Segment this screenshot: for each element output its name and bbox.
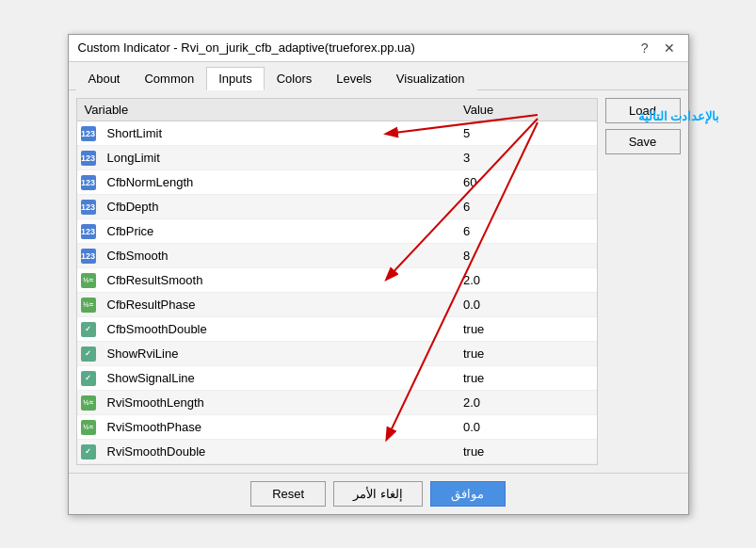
table-row[interactable]: 123CfbPrice6 xyxy=(77,218,597,243)
cancel-button[interactable]: إلغاء الأمر xyxy=(333,481,423,507)
row-icon: 123 xyxy=(77,169,100,194)
row-variable-value[interactable]: 0.0 xyxy=(456,292,597,316)
row-icon: ✓ xyxy=(77,365,100,390)
table-row[interactable]: ✓ShowSignalLinetrue xyxy=(77,365,597,390)
row-variable-name: ShowRviLine xyxy=(100,341,456,365)
table-row[interactable]: ✓ShowRviLinetrue xyxy=(77,341,597,365)
row-variable-name: RviSmoothDouble xyxy=(100,439,456,463)
row-icon: 123 xyxy=(77,121,100,145)
row-icon: 123 xyxy=(77,145,100,169)
row-icon: 123 xyxy=(77,194,100,218)
table-row[interactable]: ½≈CfbResultPhase0.0 xyxy=(77,292,597,316)
tab-common[interactable]: Common xyxy=(132,67,206,90)
table-row[interactable]: 123CfbDepth6 xyxy=(77,194,597,218)
table-row[interactable]: ✓RviSmoothDoubletrue xyxy=(77,439,597,463)
table-wrapper[interactable]: Variable Value 123ShortLimit5123LongLimi… xyxy=(76,98,598,465)
table-row[interactable]: 123CfbSmooth8 xyxy=(77,243,597,267)
dialog-title: Custom Indicator - Rvi_on_jurik_cfb_adap… xyxy=(78,40,415,55)
help-button[interactable]: ? xyxy=(637,40,652,56)
row-icon: ✓ xyxy=(77,341,100,365)
tab-bar: About Common Inputs Colors Levels Visual… xyxy=(69,62,688,90)
ok-button[interactable]: موافق xyxy=(430,481,506,507)
table-area: Variable Value 123ShortLimit5123LongLimi… xyxy=(76,98,598,465)
tab-colors[interactable]: Colors xyxy=(265,67,325,90)
row-variable-name: CfbDepth xyxy=(100,194,456,218)
table-row[interactable]: ½≈CfbResultSmooth2.0 xyxy=(77,267,597,292)
table-row[interactable]: ½≈RviSmoothPhase0.0 xyxy=(77,414,597,439)
side-buttons: Load Save xyxy=(605,98,681,465)
tab-levels[interactable]: Levels xyxy=(324,67,384,90)
table-row[interactable]: 123LongLimit3 xyxy=(77,145,597,169)
row-icon: 123 xyxy=(77,218,100,243)
row-variable-value[interactable]: true xyxy=(456,439,597,463)
row-variable-name: RviSmoothLength xyxy=(100,390,456,414)
table-row[interactable]: 123CfbNormLength60 xyxy=(77,169,597,194)
row-variable-name: ShowSignalLine xyxy=(100,365,456,390)
row-icon: ✓ xyxy=(77,316,100,341)
row-variable-value[interactable]: true xyxy=(456,341,597,365)
variables-table: Variable Value 123ShortLimit5123LongLimi… xyxy=(77,99,597,464)
col-value: Value xyxy=(456,99,597,121)
load-button[interactable]: Load xyxy=(605,98,681,123)
col-variable: Variable xyxy=(77,99,456,121)
reset-button[interactable]: Reset xyxy=(250,481,326,507)
dialog: Custom Indicator - Rvi_on_jurik_cfb_adap… xyxy=(68,34,689,515)
tab-visualization[interactable]: Visualization xyxy=(384,67,477,90)
close-button[interactable]: ✕ xyxy=(660,40,679,56)
row-variable-value[interactable]: 8 xyxy=(456,243,597,267)
table-row[interactable]: 123ShortLimit5 xyxy=(77,121,597,145)
main-section: Variable Value 123ShortLimit5123LongLimi… xyxy=(76,98,681,465)
title-controls: ? ✕ xyxy=(637,40,679,56)
tab-inputs[interactable]: Inputs xyxy=(206,67,264,90)
row-variable-value[interactable]: true xyxy=(456,316,597,341)
row-variable-value[interactable]: 0.0 xyxy=(456,414,597,439)
row-variable-value[interactable]: 2.0 xyxy=(456,390,597,414)
table-row[interactable]: ✓CfbSmoothDoubletrue xyxy=(77,316,597,341)
table-row[interactable]: ½≈RviSmoothLength2.0 xyxy=(77,390,597,414)
row-variable-name: CfbSmoothDouble xyxy=(100,316,456,341)
row-variable-name: CfbSmooth xyxy=(100,243,456,267)
row-variable-value[interactable]: true xyxy=(456,365,597,390)
row-icon: ½≈ xyxy=(77,414,100,439)
row-variable-name: CfbPrice xyxy=(100,218,456,243)
tab-about[interactable]: About xyxy=(76,67,133,90)
row-variable-value[interactable]: 6 xyxy=(456,194,597,218)
title-bar: Custom Indicator - Rvi_on_jurik_cfb_adap… xyxy=(69,35,688,62)
row-icon: ✓ xyxy=(77,439,100,463)
row-variable-value[interactable]: 5 xyxy=(456,121,597,145)
row-variable-value[interactable]: 6 xyxy=(456,218,597,243)
row-variable-name: RviSmoothPhase xyxy=(100,414,456,439)
row-icon: ½≈ xyxy=(77,390,100,414)
row-variable-name: CfbResultPhase xyxy=(100,292,456,316)
row-icon: ½≈ xyxy=(77,292,100,316)
row-icon: 123 xyxy=(77,243,100,267)
row-variable-name: CfbNormLength xyxy=(100,169,456,194)
bottom-bar: Reset إلغاء الأمر موافق xyxy=(69,473,688,514)
save-button[interactable]: Save xyxy=(605,129,681,154)
row-variable-name: LongLimit xyxy=(100,145,456,169)
row-variable-name: ShortLimit xyxy=(100,121,456,145)
row-variable-value[interactable]: 3 xyxy=(456,145,597,169)
row-icon: ½≈ xyxy=(77,267,100,292)
content-area: Variable Value 123ShortLimit5123LongLimi… xyxy=(69,90,688,473)
row-variable-value[interactable]: 2.0 xyxy=(456,267,597,292)
row-variable-value[interactable]: 60 xyxy=(456,169,597,194)
row-variable-name: CfbResultSmooth xyxy=(100,267,456,292)
